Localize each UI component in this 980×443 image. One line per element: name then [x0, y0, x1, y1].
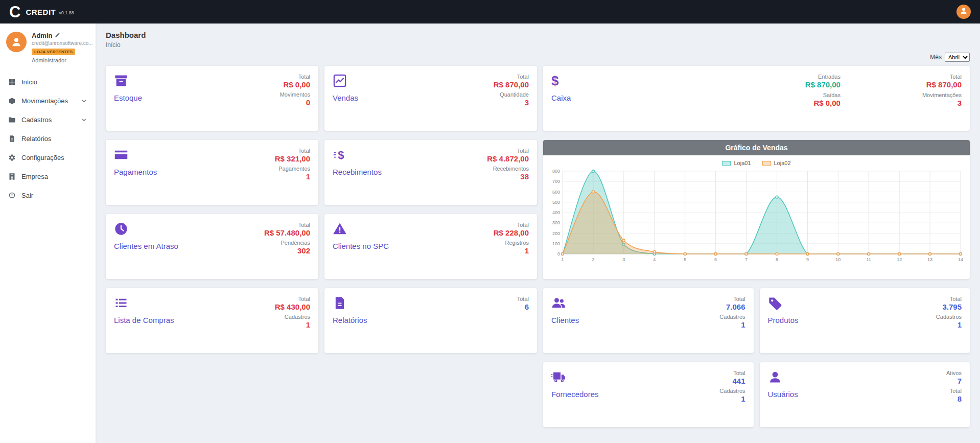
card-produtos[interactable]: Produtos Total 3.795 Cadastros 1 — [760, 288, 970, 353]
card-title: Vendas — [333, 94, 358, 102]
card-usuarios[interactable]: Usuários Ativos 7 Total 8 — [760, 362, 970, 427]
svg-text:500: 500 — [552, 200, 560, 205]
legend-item-loja01[interactable]: Loja01 — [722, 160, 751, 166]
svg-text:800: 800 — [552, 169, 560, 174]
stat-value: R$ 321,00 — [275, 154, 310, 163]
card-clientes-atraso[interactable]: Clientes em Atraso Total R$ 57.480,00 Pe… — [106, 214, 318, 279]
breadcrumb: Início — [106, 41, 970, 49]
card-estoque[interactable]: Estoque Total R$ 0,00 Movimentos 0 — [106, 66, 318, 131]
card-title: Lista de Compras — [114, 316, 174, 324]
legend-swatch — [762, 161, 771, 166]
svg-text:400: 400 — [552, 210, 560, 215]
card-title: Fornecedores — [551, 390, 599, 399]
stat-value: 6 — [517, 302, 529, 311]
sidebar-item-empresa[interactable]: Empresa — [0, 167, 96, 186]
card-clientes-spc[interactable]: Clientes no SPC Total R$ 228,00 Registro… — [324, 214, 537, 279]
stat-value: 38 — [493, 172, 529, 181]
grid-icon — [8, 78, 16, 86]
svg-text:6: 6 — [714, 257, 717, 262]
sidebar-item-label: Início — [21, 78, 37, 86]
profile-block: Admin credit@anronsoftware.co... LOJA VE… — [0, 24, 96, 67]
stat-value: 3 — [500, 98, 529, 107]
sidebar-item-cadastros[interactable]: Cadastros — [0, 110, 96, 129]
svg-text:2: 2 — [592, 257, 594, 262]
svg-text:7: 7 — [745, 257, 748, 262]
stat-value: 0 — [280, 98, 310, 107]
sidebar-item-label: Configurações — [21, 154, 64, 161]
app-name: CREDIT — [26, 8, 56, 16]
stat-value: 7.066 — [726, 302, 745, 311]
card-title: Produtos — [768, 316, 799, 324]
card-lista-compras[interactable]: Lista de Compras Total R$ 430,00 Cadastr… — [106, 288, 318, 353]
avatar[interactable] — [6, 32, 27, 52]
sales-chart: 0100200300400500600700800123456789101112… — [548, 167, 965, 267]
stat-value: R$ 870,00 — [494, 80, 529, 89]
month-filter: Mês Abril — [106, 53, 970, 62]
archive-icon — [114, 74, 128, 88]
stat-value: 1 — [719, 320, 745, 329]
svg-text:600: 600 — [552, 190, 560, 195]
chart-legend: Loja01 Loja02 — [548, 157, 965, 167]
money-receive-icon: $ — [333, 148, 347, 162]
right-card-grid: Clientes Total 7.066 Cadastros 1 — [543, 288, 970, 427]
stat-label: Cadastros — [719, 388, 745, 394]
svg-text:1: 1 — [561, 257, 564, 262]
user-avatar-button[interactable] — [956, 5, 971, 19]
stat-value: R$ 4.872,00 — [487, 154, 529, 163]
person-icon — [768, 370, 782, 384]
sidebar-item-configuracoes[interactable]: Configurações — [0, 148, 96, 167]
stat-label: Saídas — [813, 92, 841, 98]
stat-value: 8 — [950, 394, 962, 403]
app-logo[interactable]: C — [9, 4, 20, 20]
sidebar-item-sair[interactable]: Sair — [0, 186, 96, 205]
stat-label: Total — [726, 296, 745, 302]
clock-icon — [114, 222, 128, 236]
svg-text:5: 5 — [684, 257, 686, 262]
page-title: Dashboard — [106, 31, 970, 39]
stat-label: Total — [494, 222, 529, 228]
sidebar-item-relatorios[interactable]: Relatórios — [0, 129, 96, 148]
card-vendas[interactable]: Vendas Total R$ 870,00 Quantidade 3 — [324, 66, 537, 131]
card-title: Caixa — [551, 94, 571, 102]
card-pagamentos[interactable]: Pagamentos Total R$ 321,00 Pagamentos 1 — [106, 140, 318, 205]
svg-text:11: 11 — [867, 257, 871, 262]
user-icon — [960, 7, 968, 17]
user-email: credit@anronsoftware.co... — [32, 40, 93, 46]
stat-value: 1 — [719, 394, 745, 403]
sidebar-item-movimentacoes[interactable]: Movimentações — [0, 91, 96, 110]
box-icon — [8, 97, 16, 105]
legend-label: Loja02 — [774, 160, 791, 166]
stat-value: R$ 228,00 — [494, 228, 529, 237]
card-title: Pagamentos — [114, 168, 157, 176]
svg-text:300: 300 — [552, 220, 560, 225]
chart-title: Gráfico de Vendas — [543, 140, 970, 155]
stat-label: Registros — [505, 240, 529, 246]
card-title: Relatórios — [333, 316, 367, 324]
stat-label: Total — [487, 148, 529, 154]
dollar-icon: $ — [551, 74, 566, 88]
right-column: $ Caixa Entradas R$ 870,00 Saídas R$ 0,0… — [543, 66, 970, 427]
stat-value: R$ 0,00 — [813, 99, 841, 107]
stat-label: Cadastros — [936, 314, 962, 320]
month-select[interactable]: Abril — [945, 53, 970, 62]
card-clientes[interactable]: Clientes Total 7.066 Cadastros 1 — [543, 288, 754, 353]
sidebar-item-inicio[interactable]: Início — [0, 73, 96, 91]
card-relatorios[interactable]: Relatórios Total 6 — [324, 288, 537, 353]
card-caixa[interactable]: $ Caixa Entradas R$ 870,00 Saídas R$ 0,0… — [543, 66, 970, 131]
card-fornecedores[interactable]: Fornecedores Total 441 Cadastros 1 — [543, 362, 754, 427]
stat-label: Movimentações — [922, 92, 962, 98]
stat-label: Cadastros — [285, 314, 310, 320]
stat-label: Total — [926, 74, 962, 80]
stat-value: R$ 870,00 — [926, 80, 962, 89]
file-icon — [333, 296, 347, 310]
card-title: Clientes em Atraso — [114, 242, 178, 250]
svg-text:100: 100 — [552, 241, 560, 246]
credit-card-icon — [114, 148, 128, 162]
card-recebimentos[interactable]: $ Recebimentos Total R$ 4.872,00 Recebim… — [324, 140, 537, 205]
users-icon — [551, 296, 566, 310]
legend-item-loja02[interactable]: Loja02 — [762, 160, 791, 166]
edit-icon[interactable] — [55, 32, 60, 39]
legend-swatch — [722, 161, 731, 166]
stat-value: R$ 0,00 — [283, 80, 310, 89]
svg-text:13: 13 — [927, 257, 932, 262]
